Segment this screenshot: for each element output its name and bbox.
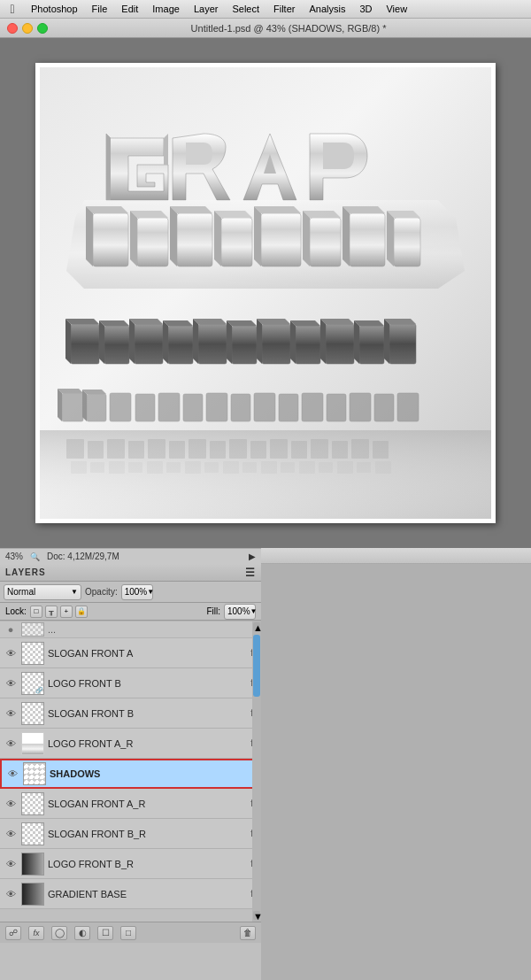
layer-row[interactable]: ● ... <box>0 621 261 638</box>
zoom-icon[interactable]: 🔍 <box>30 552 40 561</box>
svg-rect-49 <box>326 324 354 364</box>
visibility-icon[interactable]: 👁 <box>4 887 18 901</box>
canvas-area <box>0 38 531 548</box>
svg-marker-33 <box>129 319 135 364</box>
lock-image-button[interactable]: ╥ <box>45 606 58 618</box>
visibility-icon[interactable]: 👁 <box>4 676 18 691</box>
layer-row[interactable]: 👁 SLOGAN FRONT A fx <box>0 638 261 668</box>
svg-marker-12 <box>214 211 221 266</box>
svg-rect-16 <box>310 218 341 266</box>
menu-3d[interactable]: 3D <box>353 3 378 15</box>
svg-marker-39 <box>193 319 198 364</box>
svg-marker-38 <box>193 319 227 324</box>
lock-row: Lock: □ ╥ + 🔒 Fill: 100% ▼ <box>0 603 261 621</box>
menu-edit[interactable]: Edit <box>115 3 144 15</box>
svg-rect-65 <box>135 394 155 421</box>
svg-rect-110 <box>40 430 491 519</box>
svg-rect-66 <box>158 393 180 421</box>
visibility-icon[interactable]: 👁 <box>4 827 18 841</box>
layer-row[interactable]: 👁 LOGO FRONT B_R fx <box>0 849 261 879</box>
new-layer-button[interactable]: □ <box>120 926 136 940</box>
svg-marker-15 <box>254 206 261 266</box>
svg-rect-72 <box>302 393 323 421</box>
svg-rect-76 <box>397 393 419 421</box>
opacity-arrow: ▼ <box>147 588 154 596</box>
layer-thumbnail <box>21 732 44 755</box>
layers-header: LAYERS ☰ <box>0 564 261 582</box>
svg-marker-45 <box>257 319 262 364</box>
blend-mode-arrow: ▼ <box>71 588 78 596</box>
svg-rect-25 <box>71 324 99 364</box>
layer-row[interactable]: 👁 GRADIENT BASE fx <box>0 879 261 909</box>
svg-rect-22 <box>394 218 420 266</box>
menu-select[interactable]: Select <box>226 3 266 15</box>
maximize-button[interactable] <box>37 23 48 34</box>
layer-name: LOGO FRONT B <box>48 678 243 689</box>
visibility-icon[interactable]: 👁 <box>4 706 18 721</box>
svg-marker-20 <box>342 206 385 213</box>
layers-menu-icon[interactable]: ☰ <box>245 567 256 579</box>
visibility-icon[interactable]: 👁 <box>4 646 18 660</box>
lock-transparent-button[interactable]: □ <box>30 606 42 618</box>
layer-name: SLOGAN FRONT B <box>48 708 243 719</box>
close-button[interactable] <box>7 23 18 34</box>
status-arrow[interactable]: ▶ <box>249 552 256 561</box>
layer-row[interactable]: 👁 🔗 LOGO FRONT B fx <box>0 668 261 698</box>
svg-marker-44 <box>257 319 290 324</box>
layer-thumbnail <box>21 883 44 906</box>
layer-row[interactable]: 👁 SLOGAN FRONT A_R fx <box>0 789 261 819</box>
right-content: 思缘设计论坛 www.missyuan.com <box>261 548 531 980</box>
svg-marker-8 <box>170 206 212 213</box>
layer-thumbnail <box>21 792 44 815</box>
right-statusbar <box>261 548 531 564</box>
layer-row[interactable]: 👁 SLOGAN FRONT B fx <box>0 698 261 729</box>
layers-scrollbar[interactable]: ▲ ▼ <box>252 621 261 922</box>
titlebar: Untitled-1.psd @ 43% (SHADOWS, RGB/8) * <box>0 19 531 38</box>
menu-image[interactable]: Image <box>146 3 186 15</box>
apple-logo[interactable]:  <box>5 2 19 16</box>
svg-rect-28 <box>104 326 129 364</box>
layer-row[interactable]: 👁 LOGO FRONT A_R fx <box>0 729 261 759</box>
menu-layer[interactable]: Layer <box>188 3 225 15</box>
menu-photoshop[interactable]: Photoshop <box>25 3 84 15</box>
svg-rect-43 <box>262 324 290 364</box>
svg-rect-69 <box>231 394 250 421</box>
layer-style-button[interactable]: fx <box>28 926 44 940</box>
menu-filter[interactable]: Filter <box>267 3 301 15</box>
lock-position-button[interactable]: + <box>60 606 73 618</box>
minimize-button[interactable] <box>22 23 33 34</box>
visibility-icon[interactable]: 👁 <box>5 767 19 781</box>
menu-file[interactable]: File <box>86 3 114 15</box>
layer-thumbnail <box>21 853 44 876</box>
delete-layer-button[interactable]: 🗑 <box>240 926 256 940</box>
svg-rect-1 <box>93 213 128 266</box>
svg-marker-51 <box>320 319 326 364</box>
visibility-icon[interactable]: 👁 <box>4 857 18 871</box>
layer-thumbnail <box>23 762 46 785</box>
link-layers-button[interactable]: ☍ <box>5 926 21 940</box>
layer-mask-button[interactable]: ◯ <box>51 926 67 940</box>
document-title: Untitled-1.psd @ 43% (SHADOWS, RGB/8) * <box>53 23 524 34</box>
layer-row[interactable]: 👁 SLOGAN FRONT B_R fx <box>0 819 261 849</box>
layers-panel: 43% 🔍 Doc: 4,12M/29,7M ▶ LAYERS ☰ Normal… <box>0 548 261 980</box>
svg-rect-55 <box>389 324 416 364</box>
new-group-button[interactable]: ☐ <box>97 926 113 940</box>
canvas-wrapper <box>35 63 496 523</box>
adjustment-layer-button[interactable]: ◐ <box>74 926 90 940</box>
fill-input[interactable]: 100% ▼ <box>224 604 256 620</box>
visibility-icon[interactable]: 👁 <box>4 737 18 751</box>
layer-row-shadows[interactable]: ► 👁 SHADOWS <box>0 759 261 789</box>
visibility-icon[interactable]: 👁 <box>4 797 18 811</box>
scrollbar-thumb[interactable] <box>253 635 260 697</box>
menu-view[interactable]: View <box>380 3 413 15</box>
svg-marker-54 <box>354 320 359 364</box>
svg-rect-52 <box>359 326 384 364</box>
opacity-input[interactable]: 100% ▼ <box>121 584 153 600</box>
svg-rect-70 <box>254 393 275 421</box>
visibility-icon[interactable]: ● <box>4 622 18 637</box>
menu-analysis[interactable]: Analysis <box>303 3 351 15</box>
svg-rect-67 <box>183 394 203 421</box>
lock-all-button[interactable]: 🔒 <box>75 606 88 618</box>
layer-name: ... <box>48 624 258 635</box>
blend-mode-select[interactable]: Normal ▼ <box>4 584 81 600</box>
